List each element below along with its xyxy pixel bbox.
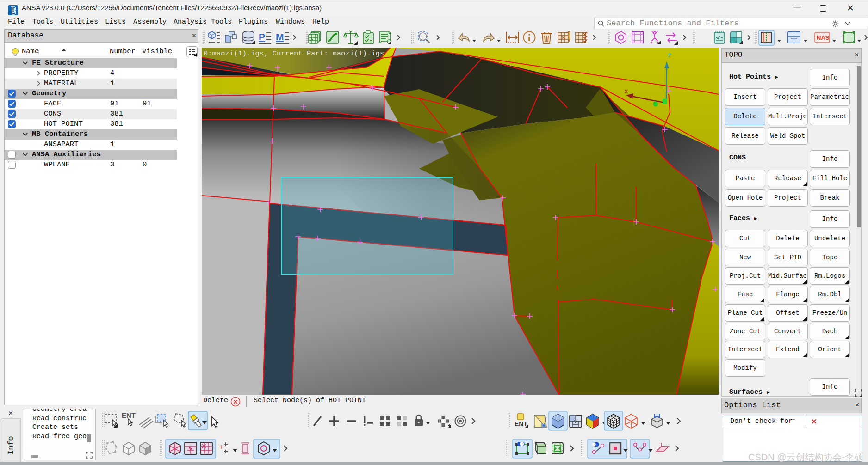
svg-text:0:maozi(1).igs, Current Part:: 0:maozi(1).igs, Current Part: maozi(1).i…: [204, 50, 384, 58]
svg-text:z: z: [668, 52, 671, 59]
svg-text:ENT: ENT: [122, 411, 136, 419]
svg-text:P: P: [259, 31, 265, 42]
svg-text:x: x: [624, 88, 628, 95]
svg-text:M: M: [276, 31, 284, 42]
svg-text:NAS: NAS: [817, 34, 830, 41]
svg-text:ENT: ENT: [515, 420, 527, 428]
